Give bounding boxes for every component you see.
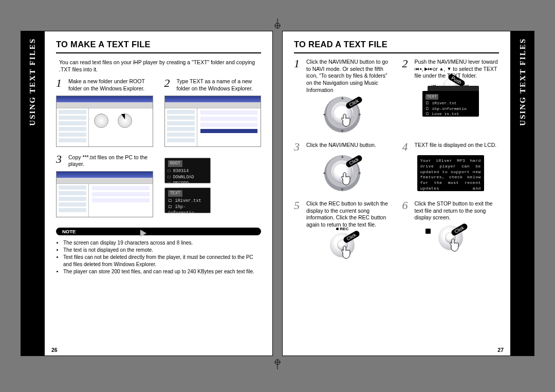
next-icon: ▶⏭ [424,66,433,72]
crop-mark-top-icon [272,18,283,29]
page-left: USING TEXT FILES TO MAKE A TEXT FILE You… [21,31,273,356]
intro-text: You can read text files on your iHP play… [59,59,261,73]
note-item: The screen can display 19 characters acr… [63,239,261,247]
note-item: The player can store 200 text files, and… [63,268,261,275]
crop-mark-bottom-icon [272,359,283,369]
explorer-screenshot [164,96,262,147]
stop-icon [425,229,431,234]
hand-pointer-icon [341,245,353,260]
up-icon: ▲ [439,66,444,72]
click-badge: Click [450,222,468,236]
step-number: 1 [56,78,65,92]
note-badge: NOTE [56,228,261,235]
arrow-right-icon [140,230,146,237]
step-text: Copy ***.txt files on the PC to the play… [68,154,153,168]
step-number: 3 [56,154,65,168]
notes-list: The screen can display 19 characters acr… [56,239,261,275]
down-icon: ▼ [447,66,451,72]
player-file-list: TEXT 🗋 iRiver.txt 🗋 ihp-informatio 🗋 Lov… [164,188,211,213]
side-tab-left: USING TEXT FILES [21,31,44,356]
step-number: 6 [402,200,412,221]
step-number: 2 [164,78,174,92]
page-right: TO READ A TEXT FILE 1Click the NAVI/MENU… [282,31,534,356]
step-number: 2 [402,59,412,80]
step-number: 4 [402,142,412,152]
page-number: 27 [497,347,504,353]
side-tab-right: USING TEXT FILES [511,31,534,356]
player-folder-list: ROOT □ 030314 □ DOWNLOAD □ RECORD □ TEXT [164,158,211,183]
player-lcd-files: TEXT 🗋 iRiver.txt 🗋 ihp-informatio 🗋 Lov… [422,91,479,117]
page-title: TO READ A TEXT FILE [294,40,499,53]
click-badge: Click [342,230,360,244]
step-number: 1 [294,59,303,94]
step-number: 5 [294,200,303,229]
navi-dial-icon: ▲▲▲▲ Click [324,155,360,191]
step-text: TEXT file is displayed on the LCD. [415,142,497,152]
player-lcd-text: Your iRiver MP3 hard drive player can be… [417,155,484,191]
hand-pointer-icon [341,172,353,187]
step-text: Click the STOP button to exit the text f… [415,200,499,221]
note-item: The text is not displayed on the remote. [63,247,261,254]
explorer-screenshot [56,96,153,147]
explorer-screenshot [56,171,153,217]
prev-icon: ⏮◀ [415,66,422,72]
click-badge: Click [345,154,363,168]
hand-pointer-icon [341,113,353,128]
rec-label: REC [336,227,348,231]
page-title: TO MAKE A TEXT FILE [56,40,261,53]
page-number: 26 [51,347,58,353]
hand-pointer-icon [449,238,461,253]
click-badge: Click [345,96,363,110]
side-tab-label: USING TEXT FILES [28,38,37,126]
step-text: Type TEXT as a name of a new folder on t… [177,78,262,92]
navi-dial-icon: ▲▲▲▲ Click [324,97,360,133]
step-text: Click the NAVI/MENU button. [306,142,376,152]
side-tab-label: USING TEXT FILES [519,38,527,126]
step-number: 3 [294,142,303,152]
step-text: Make a new folder under ROOT folder on t… [68,78,153,92]
note-item: Text files can not be deleted directly f… [63,254,261,268]
manual-spread: USING TEXT FILES TO MAKE A TEXT FILE You… [0,0,555,392]
step-text: Click the NAVI/MENU button to go to NAVI… [306,59,391,94]
step-text: Click the REC button to switch the displ… [306,200,391,229]
